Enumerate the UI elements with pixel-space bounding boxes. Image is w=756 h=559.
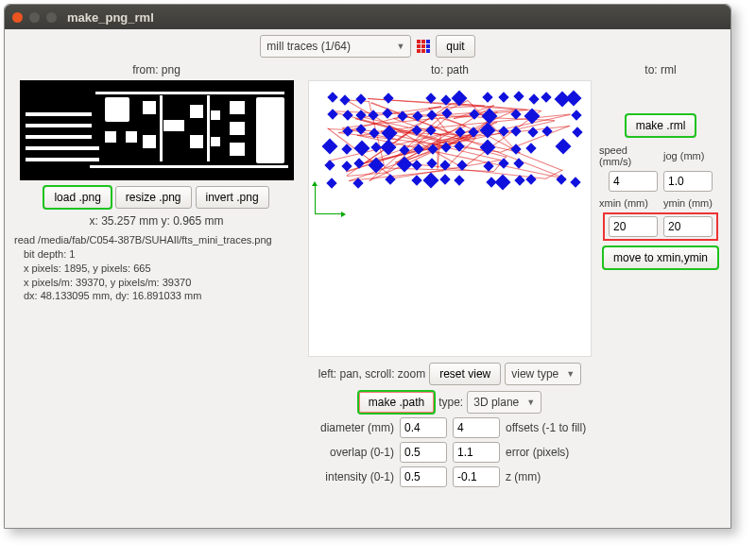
window-maximize-icon[interactable] bbox=[46, 12, 57, 23]
error-label: error (pixels) bbox=[506, 446, 592, 459]
rml-panel: to: rml make .rml speed (mm/s) jog (mm) … bbox=[599, 63, 722, 487]
grid-color-icon[interactable] bbox=[417, 40, 430, 53]
overlap-label: overlap (0-1) bbox=[308, 446, 394, 459]
ymin-input[interactable] bbox=[663, 216, 713, 237]
view-type-select[interactable]: view type ▼ bbox=[505, 363, 581, 385]
ymin-label: ymin (mm) bbox=[663, 197, 722, 209]
speed-input[interactable] bbox=[609, 171, 658, 192]
path-preview[interactable] bbox=[308, 80, 592, 357]
xmin-input[interactable] bbox=[609, 216, 658, 237]
pan-hint: left: pan, scroll: zoom bbox=[318, 367, 425, 381]
info-dims: dx: 48.133095 mm, dy: 16.891033 mm bbox=[14, 289, 272, 303]
window-minimize-icon[interactable] bbox=[29, 12, 40, 23]
path-panel: to: path left: pan, scroll: zoom reset v… bbox=[308, 63, 592, 487]
content-area: mill traces (1/64) ▼ quit from: png bbox=[5, 29, 730, 493]
chevron-down-icon: ▼ bbox=[396, 42, 404, 51]
quit-button[interactable]: quit bbox=[436, 35, 474, 58]
invert-png-button[interactable]: invert .png bbox=[196, 186, 269, 209]
top-toolbar: mill traces (1/64) ▼ quit bbox=[12, 35, 723, 58]
offsets-input[interactable] bbox=[453, 417, 500, 438]
info-pixels: x pixels: 1895, y pixels: 665 bbox=[14, 262, 272, 276]
png-preview bbox=[20, 80, 294, 180]
make-path-button[interactable]: make .path bbox=[358, 391, 435, 414]
reset-view-button[interactable]: reset view bbox=[429, 363, 501, 385]
jog-input[interactable] bbox=[663, 171, 713, 192]
png-header: from: png bbox=[132, 63, 180, 76]
cursor-readout: x: 35.257 mm y: 0.965 mm bbox=[89, 214, 223, 228]
chevron-down-icon: ▼ bbox=[526, 398, 535, 407]
path-header: to: path bbox=[431, 63, 469, 76]
intensity-input[interactable] bbox=[400, 466, 447, 487]
toolpath-mode-select[interactable]: mill traces (1/64) ▼ bbox=[260, 35, 411, 58]
app-window: make_png_rml mill traces (1/64) ▼ quit f… bbox=[4, 4, 731, 529]
toolpath-mode-value: mill traces (1/64) bbox=[266, 40, 351, 53]
toolpath-visualization bbox=[326, 94, 581, 185]
move-to-origin-button[interactable]: move to xmin,ymin bbox=[603, 246, 718, 269]
view-type-label: view type bbox=[511, 367, 558, 381]
info-ppm: x pixels/m: 39370, y pixels/m: 39370 bbox=[14, 276, 272, 290]
path-type-select[interactable]: 3D plane ▼ bbox=[467, 391, 541, 414]
intensity-label: intensity (0-1) bbox=[308, 470, 394, 483]
info-bitdepth: bit depth: 1 bbox=[14, 247, 272, 262]
path-type-value: 3D plane bbox=[473, 396, 519, 409]
window-title: make_png_rml bbox=[67, 10, 154, 25]
speed-label: speed (mm/s) bbox=[599, 144, 658, 167]
diameter-input[interactable] bbox=[400, 417, 447, 438]
error-input[interactable] bbox=[453, 442, 500, 463]
diameter-label: diameter (mm) bbox=[308, 421, 394, 434]
overlap-input[interactable] bbox=[400, 442, 447, 463]
z-label: z (mm) bbox=[506, 470, 592, 483]
z-input[interactable] bbox=[453, 466, 500, 487]
origin-inputs-highlight bbox=[603, 212, 718, 241]
offsets-label: offsets (-1 to fill) bbox=[506, 421, 592, 434]
rml-header: to: rml bbox=[644, 63, 676, 76]
xmin-label: xmin (mm) bbox=[599, 197, 658, 209]
resize-png-button[interactable]: resize .png bbox=[115, 186, 192, 209]
jog-label: jog (mm) bbox=[663, 150, 722, 161]
chevron-down-icon: ▼ bbox=[566, 369, 575, 379]
load-png-button[interactable]: load .png bbox=[43, 186, 111, 209]
titlebar: make_png_rml bbox=[5, 5, 730, 29]
window-close-icon[interactable] bbox=[12, 12, 23, 23]
png-panel: from: png bbox=[12, 63, 301, 487]
type-label: type: bbox=[438, 396, 463, 409]
make-rml-button[interactable]: make .rml bbox=[626, 114, 696, 137]
png-info: read /media/fab/C054-387B/SUHAIl/fts_min… bbox=[12, 233, 272, 303]
info-file: read /media/fab/C054-387B/SUHAIl/fts_min… bbox=[14, 233, 272, 247]
